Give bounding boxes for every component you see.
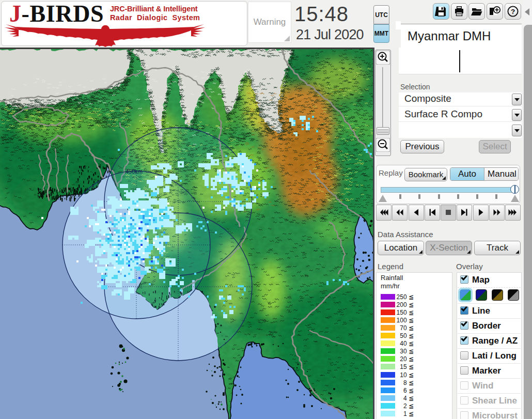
svg-text:?: ? (511, 8, 515, 15)
svg-text:450km: 450km (126, 168, 143, 175)
